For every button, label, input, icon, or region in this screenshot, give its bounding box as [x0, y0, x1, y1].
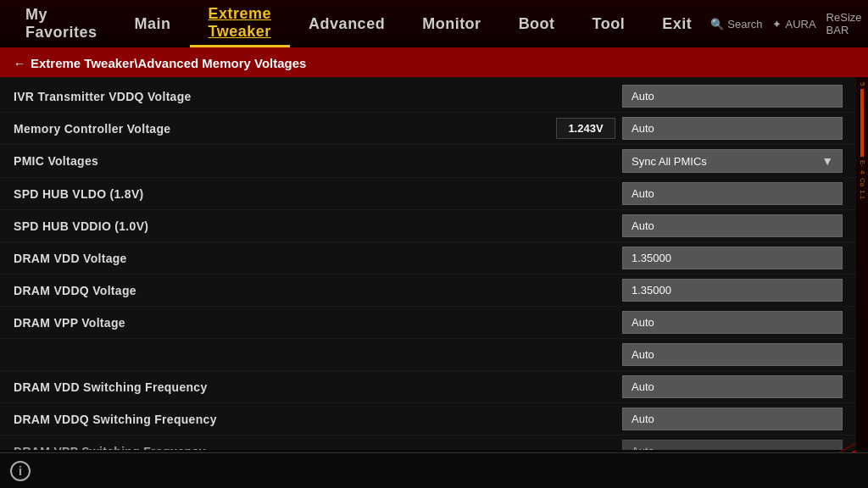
- setting-dropdown-pmic[interactable]: Sync All PMICs ▼: [622, 149, 843, 173]
- setting-label-dram-vddq-switching: DRAM VDDQ Switching Frequency: [14, 413, 622, 426]
- sidebar-text-4: Ca: [859, 178, 866, 186]
- setting-row-dram-vpp-switching[interactable]: DRAM VPP Switching Frequency Auto: [0, 435, 856, 450]
- setting-label-dram-vdd: DRAM VDD Voltage: [14, 252, 622, 265]
- settings-panel: IVR Transmitter VDDQ Voltage Auto Memory…: [0, 77, 856, 450]
- dropdown-arrow-icon: ▼: [821, 154, 833, 168]
- setting-label-dram-vddq: DRAM VDDQ Voltage: [14, 284, 622, 297]
- nav-item-extreme-tweaker[interactable]: Extreme Tweaker: [190, 0, 291, 47]
- setting-input-dram-vddq[interactable]: 1.35000: [622, 279, 843, 302]
- setting-value-group-dram-vddq-switching: Auto: [622, 408, 843, 430]
- nav-item-advanced[interactable]: Advanced: [290, 0, 403, 47]
- setting-row-dram-vdd-switching[interactable]: DRAM VDD Switching Frequency Auto: [0, 371, 856, 403]
- setting-input-dram-vpp[interactable]: Auto: [622, 311, 843, 334]
- sidebar-text-2: E-: [859, 160, 866, 167]
- setting-row-dram-vpp[interactable]: DRAM VPP Voltage Auto: [0, 307, 856, 339]
- setting-row-spd-vldo[interactable]: SPD HUB VLDO (1.8V) Auto: [0, 178, 856, 210]
- setting-label-spd-vldo: SPD HUB VLDO (1.8V): [14, 187, 622, 201]
- setting-input-spd-vddio[interactable]: Auto: [622, 214, 843, 237]
- nav-bar: My Favorites Main Extreme Tweaker Advanc…: [0, 0, 868, 49]
- setting-input-ivr-transmitter[interactable]: Auto: [622, 85, 843, 108]
- aura-button[interactable]: ✦ AURA: [772, 18, 815, 30]
- info-button[interactable]: i: [10, 461, 31, 481]
- setting-row-pmic[interactable]: PMIC Voltages Sync All PMICs ▼: [0, 145, 856, 178]
- right-sidebar: 5 E- 4 Ca 1.1: [856, 77, 868, 450]
- setting-label-memory-controller: Memory Controller Voltage: [14, 122, 556, 136]
- setting-value-group-dram-vpp: Auto: [622, 311, 843, 334]
- nav-item-exit[interactable]: Exit: [643, 0, 710, 47]
- setting-row-spd-vddio[interactable]: SPD HUB VDDIO (1.0V) Auto: [0, 210, 856, 242]
- main-content: IVR Transmitter VDDQ Voltage Auto Memory…: [0, 77, 868, 450]
- setting-value-group-dram-vdd: 1.35000: [622, 247, 843, 269]
- setting-label-pmic: PMIC Voltages: [14, 154, 622, 168]
- setting-input-spd-vldo[interactable]: Auto: [622, 182, 843, 205]
- setting-value-group-spd-vddio: Auto: [622, 214, 843, 237]
- sidebar-text-1: 5: [859, 82, 866, 86]
- setting-value-group-dram-vddq: 1.35000: [622, 279, 843, 302]
- setting-input-dram-vpp-switching[interactable]: Auto: [622, 440, 843, 450]
- setting-label-dram-vpp-switching: DRAM VPP Switching Frequency: [14, 445, 622, 451]
- setting-row-ivr-transmitter[interactable]: IVR Transmitter VDDQ Voltage Auto: [0, 80, 856, 113]
- setting-input-dram-vdd[interactable]: 1.35000: [622, 247, 843, 269]
- setting-row-dram-vpp-extra: Auto: [0, 339, 856, 371]
- nav-item-tool[interactable]: Tool: [574, 0, 644, 47]
- setting-value-group-ivr: Auto: [622, 85, 843, 108]
- setting-row-dram-vdd[interactable]: DRAM VDD Voltage 1.35000: [0, 242, 856, 274]
- back-arrow-icon[interactable]: ←: [14, 57, 25, 70]
- bottom-bar: i: [0, 452, 868, 488]
- setting-input-dram-vddq-switching[interactable]: Auto: [622, 408, 843, 430]
- nav-item-boot[interactable]: Boot: [500, 0, 574, 47]
- setting-label-spd-vddio: SPD HUB VDDIO (1.0V): [14, 219, 622, 233]
- nav-item-my-favorites[interactable]: My Favorites: [7, 0, 116, 47]
- resize-bar-button[interactable]: ReSize BAR: [826, 11, 862, 36]
- sidebar-text-5: 1.1: [859, 190, 866, 199]
- setting-input-dram-vdd-switching[interactable]: Auto: [622, 375, 843, 398]
- breadcrumb: ← Extreme Tweaker\Advanced Memory Voltag…: [0, 49, 868, 77]
- setting-value-group-spd-vldo: Auto: [622, 182, 843, 205]
- setting-value-group-pmic: Sync All PMICs ▼: [622, 149, 843, 173]
- sidebar-text-3: 4: [859, 170, 866, 174]
- setting-input-dram-vpp-extra[interactable]: Auto: [622, 343, 843, 366]
- search-button[interactable]: 🔍 Search: [710, 18, 762, 30]
- setting-label-dram-vdd-switching: DRAM VDD Switching Frequency: [14, 380, 622, 394]
- breadcrumb-path: Extreme Tweaker\Advanced Memory Voltages: [31, 56, 306, 70]
- setting-row-dram-vddq-switching[interactable]: DRAM VDDQ Switching Frequency Auto: [0, 403, 856, 435]
- memory-controller-badge: 1.243V: [556, 118, 615, 139]
- setting-input-memory-controller[interactable]: Auto: [622, 117, 843, 140]
- sidebar-accent-1: [860, 89, 864, 157]
- nav-item-monitor[interactable]: Monitor: [403, 0, 499, 47]
- setting-row-memory-controller[interactable]: Memory Controller Voltage 1.243V Auto: [0, 113, 856, 145]
- setting-row-dram-vddq[interactable]: DRAM VDDQ Voltage 1.35000: [0, 274, 856, 307]
- nav-right-controls: 🔍 Search ✦ AURA ReSize BAR: [710, 11, 861, 36]
- setting-label-dram-vpp: DRAM VPP Voltage: [14, 316, 622, 330]
- setting-value-group-dram-vpp-switching: Auto: [622, 440, 843, 450]
- setting-value-group-dram-vdd-switching: Auto: [622, 375, 843, 398]
- setting-label-ivr-transmitter: IVR Transmitter VDDQ Voltage: [14, 90, 622, 103]
- nav-item-main[interactable]: Main: [116, 0, 190, 47]
- setting-value-group-memory: 1.243V Auto: [556, 117, 843, 140]
